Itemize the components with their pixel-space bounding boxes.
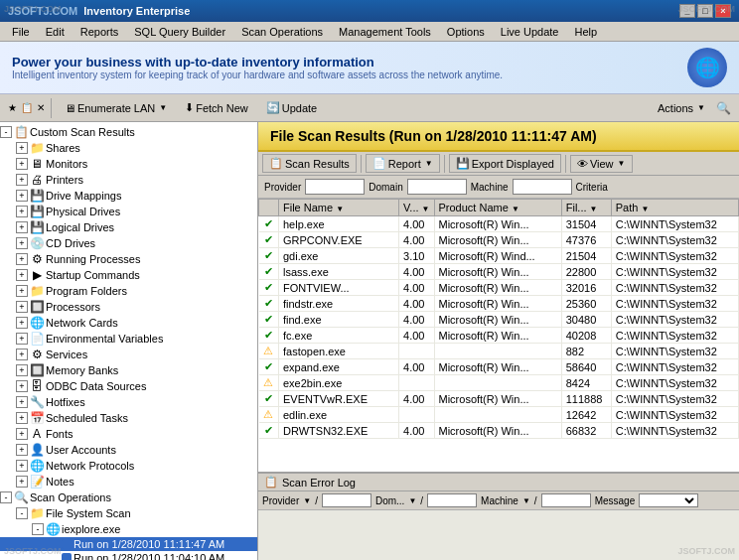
tree-item[interactable]: +⚙Running Processes <box>0 251 257 267</box>
minimize-button[interactable]: _ <box>679 4 695 18</box>
table-row[interactable]: ✔ lsass.exe 4.00 Microsoft(R) Win... 228… <box>259 264 739 280</box>
scan-results-button[interactable]: 📋 Scan Results <box>262 154 357 173</box>
table-row[interactable]: ⚠ fastopen.exe 882 C:\WINNT\System32 <box>259 344 739 359</box>
report-button[interactable]: 📄 Report ▼ <box>366 154 440 173</box>
col-status-header[interactable] <box>259 200 279 216</box>
tree-expander[interactable]: + <box>16 364 28 376</box>
tree-item[interactable]: -🔍Scan Operations <box>0 490 257 505</box>
table-row[interactable]: ✔ EVENTVwR.EXE 4.00 Microsoft(R) Win... … <box>259 391 739 407</box>
menu-live-update[interactable]: Live Update <box>493 24 567 40</box>
tree-item[interactable]: +💿CD Drives <box>0 235 257 251</box>
tree-item[interactable]: Run on 1/28/2010 11:11:47 AM <box>0 537 257 551</box>
tree-item[interactable]: +🗄ODBC Data Sources <box>0 378 257 394</box>
menu-reports[interactable]: Reports <box>73 24 127 40</box>
tree-item[interactable]: +▶Startup Commands <box>0 267 257 283</box>
tree-item[interactable]: +🌐Network Cards <box>0 315 257 331</box>
tree-item[interactable]: Run on 1/28/2010 11:04:10 AM <box>0 551 257 560</box>
tree-expander[interactable]: + <box>16 285 28 297</box>
tree-item[interactable]: +📝Notes <box>0 474 257 490</box>
tree-expander[interactable]: + <box>16 444 28 456</box>
tree-expander[interactable]: + <box>16 237 28 249</box>
tree-item[interactable]: +⚙Services <box>0 347 257 362</box>
menu-help[interactable]: Help <box>566 24 605 40</box>
actions-button[interactable]: Actions ▼ <box>651 99 712 117</box>
tree-item[interactable]: +🔲Processors <box>0 299 257 315</box>
col-filename-header[interactable]: File Name ▼ <box>279 200 399 216</box>
el-dom-input[interactable] <box>427 493 477 507</box>
col-path-header[interactable]: Path ▼ <box>611 200 738 216</box>
table-row[interactable]: ✔ FONTVIEW... 4.00 Microsoft(R) Win... 3… <box>259 280 739 296</box>
tree-expander[interactable]: + <box>16 253 28 265</box>
tree-item[interactable]: +📁Shares <box>0 140 257 156</box>
provider-input[interactable] <box>305 179 365 195</box>
tree-expander[interactable]: - <box>32 523 44 535</box>
tree-item[interactable]: -📁File System Scan <box>0 505 257 521</box>
tree-expander[interactable]: + <box>16 476 28 488</box>
menu-file[interactable]: File <box>4 24 38 40</box>
tree-item[interactable]: -🌐iexplore.exe <box>0 521 257 537</box>
table-row[interactable]: ✔ find.exe 4.00 Microsoft(R) Win... 3048… <box>259 312 739 328</box>
tree-expander[interactable]: - <box>0 491 12 503</box>
tree-item[interactable]: +📅Scheduled Tasks <box>0 410 257 426</box>
menu-management-tools[interactable]: Management Tools <box>331 24 439 40</box>
col-filesize-header[interactable]: Fil... ▼ <box>561 200 611 216</box>
tree-item[interactable]: -📋Custom Scan Results <box>0 124 257 140</box>
tree-expander[interactable]: + <box>16 158 28 170</box>
tree-expander[interactable]: + <box>16 380 28 392</box>
tree-item[interactable]: +📄Environmental Variables <box>0 331 257 347</box>
tree-item[interactable]: +🔧Hotfixes <box>0 394 257 410</box>
machine-input[interactable] <box>513 179 572 195</box>
tree-item[interactable]: +🔲Memory Banks <box>0 362 257 378</box>
tree-expander[interactable]: + <box>16 460 28 472</box>
tree-expander[interactable]: + <box>16 269 28 281</box>
menu-edit[interactable]: Edit <box>38 24 73 40</box>
tree-item[interactable]: +AFonts <box>0 426 257 442</box>
tree-expander[interactable]: + <box>16 412 28 424</box>
tree-expander[interactable]: + <box>16 317 28 329</box>
table-row[interactable]: ✔ gdi.exe 3.10 Microsoft(R) Wind... 2150… <box>259 248 739 264</box>
tree-item[interactable]: +🖨Printers <box>0 172 257 188</box>
menu-sql-query-builder[interactable]: SQL Query Builder <box>126 24 233 40</box>
table-row[interactable]: ✔ fc.exe 4.00 Microsoft(R) Win... 40208 … <box>259 328 739 344</box>
domain-input[interactable] <box>407 179 467 195</box>
table-row[interactable]: ✔ DRWTSN32.EXE 4.00 Microsoft(R) Win... … <box>259 423 739 439</box>
tree-expander[interactable]: - <box>16 507 28 519</box>
el-machine-input[interactable] <box>541 493 591 507</box>
tree-item[interactable]: +💾Physical Drives <box>0 204 257 219</box>
el-provider-input[interactable] <box>322 493 371 507</box>
table-row[interactable]: ✔ findstr.exe 4.00 Microsoft(R) Win... 2… <box>259 296 739 312</box>
view-button[interactable]: 👁 View ▼ <box>570 155 633 173</box>
maximize-button[interactable]: □ <box>697 4 713 18</box>
tree-expander[interactable]: + <box>16 333 28 345</box>
fetch-new-button[interactable]: ⬇ Fetch New <box>178 98 255 117</box>
export-displayed-button[interactable]: 💾 Export Displayed <box>449 154 561 173</box>
table-row[interactable]: ✔ help.exe 4.00 Microsoft(R) Win... 3150… <box>259 216 739 232</box>
enumerate-lan-button[interactable]: 🖥 Enumerate LAN ▼ <box>58 99 174 117</box>
tree-expander[interactable]: + <box>16 190 28 202</box>
tree-item[interactable]: +🖥Monitors <box>0 156 257 172</box>
table-row[interactable]: ✔ expand.exe 4.00 Microsoft(R) Win... 58… <box>259 359 739 375</box>
tree-expander[interactable]: + <box>16 221 28 233</box>
tree-item[interactable]: +📁Program Folders <box>0 283 257 299</box>
table-row[interactable]: ⚠ exe2bin.exe 8424 C:\WINNT\System32 <box>259 375 739 391</box>
tree-expander[interactable]: + <box>16 174 28 186</box>
col-version-header[interactable]: V... ▼ <box>399 200 434 216</box>
el-message-select[interactable] <box>639 493 698 507</box>
update-button[interactable]: 🔄 Update <box>259 98 324 117</box>
col-product-header[interactable]: Product Name ▼ <box>434 200 561 216</box>
tree-expander[interactable]: + <box>16 396 28 408</box>
tree-item[interactable]: +🌐Network Protocols <box>0 458 257 474</box>
close-button[interactable]: × <box>715 4 731 18</box>
tree-item[interactable]: +👤User Accounts <box>0 442 257 458</box>
tree-expander[interactable]: - <box>0 126 12 138</box>
tree-expander[interactable]: + <box>16 301 28 313</box>
menu-options[interactable]: Options <box>439 24 493 40</box>
tree-item[interactable]: +💾Logical Drives <box>0 219 257 235</box>
menu-scan-operations[interactable]: Scan Operations <box>233 24 331 40</box>
tree-item[interactable]: +💾Drive Mappings <box>0 188 257 204</box>
table-row[interactable]: ✔ GRPCONV.EXE 4.00 Microsoft(R) Win... 4… <box>259 232 739 248</box>
tree-expander[interactable]: + <box>16 349 28 360</box>
tree-expander[interactable]: + <box>16 428 28 440</box>
tree-expander[interactable]: + <box>16 206 28 217</box>
table-row[interactable]: ⚠ edlin.exe 12642 C:\WINNT\System32 <box>259 407 739 423</box>
